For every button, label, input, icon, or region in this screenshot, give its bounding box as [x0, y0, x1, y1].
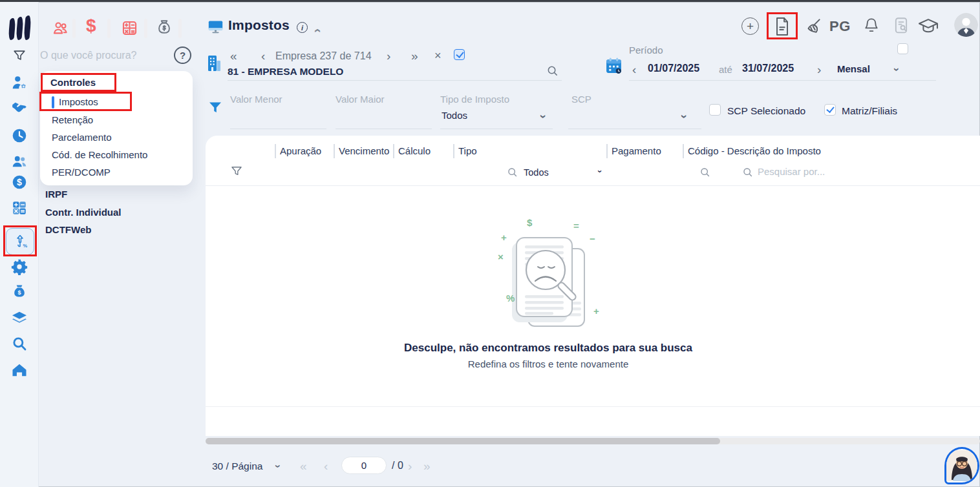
help-icon[interactable]: ?	[174, 47, 191, 64]
chat-assistant-button[interactable]	[944, 447, 979, 484]
pg-button[interactable]: PG	[829, 18, 851, 35]
rail-users-icon[interactable]	[11, 153, 28, 170]
assistant-avatar	[946, 450, 977, 481]
clear-company-icon[interactable]: ×	[434, 50, 442, 61]
user-avatar[interactable]	[954, 13, 978, 37]
favorite-calculator-icon[interactable]	[121, 19, 138, 37]
divider	[178, 19, 182, 38]
codigo-filter-input[interactable]	[758, 163, 848, 179]
menu-item-dctfweb[interactable]: DCTFWeb	[45, 224, 91, 235]
company-position-label: Empresa 237 de 714	[275, 50, 372, 62]
menu-item-contr-individual[interactable]: Contr. Individual	[45, 207, 122, 218]
filters-funnel-icon[interactable]	[208, 98, 223, 117]
page-size-chevron-down-icon[interactable]: ›	[276, 461, 279, 471]
calendar-icon	[605, 57, 623, 74]
divider	[206, 185, 980, 186]
pagamento-filter-search-icon[interactable]	[699, 167, 710, 178]
company-search-icon[interactable]	[546, 65, 559, 77]
column-header-codigo-descricao[interactable]: Código - Descrição do Imposto	[688, 145, 821, 156]
codigo-filter-search-icon	[742, 167, 753, 178]
favorite-dollar-icon[interactable]: $	[86, 16, 96, 36]
period-checkbox[interactable]	[897, 43, 908, 54]
tipo-filter-select[interactable]: Todos	[524, 167, 549, 178]
column-header-tipo[interactable]: Tipo	[458, 145, 477, 156]
notifications-bell-icon[interactable]	[862, 16, 880, 36]
annotation-box-tax-key	[3, 225, 37, 256]
clean-broom-icon[interactable]	[803, 17, 822, 36]
prev-page-button[interactable]: ‹	[324, 460, 328, 472]
rail-settings-icon[interactable]	[11, 258, 28, 275]
last-company-button[interactable]: »	[411, 50, 418, 62]
annotation-box-controles	[41, 73, 116, 92]
company-name[interactable]: 81 - EMPRESA MODELO	[228, 66, 343, 78]
collapse-chevron-up-icon[interactable]: ›	[314, 23, 319, 38]
valor-maior-input[interactable]	[336, 129, 432, 129]
period-next-button[interactable]: ›	[817, 63, 821, 76]
page-number-pill	[341, 457, 387, 474]
period-mode-chevron-down-icon[interactable]: ›	[895, 64, 899, 75]
document-search-icon[interactable]	[892, 16, 910, 36]
column-header-calculo[interactable]: Cálculo	[398, 145, 431, 156]
tipo-imposto-select[interactable]: Todos	[442, 110, 467, 121]
annotation-box-document	[767, 12, 798, 39]
column-header-vencimento[interactable]: Vencimento	[339, 145, 389, 156]
period-end-date[interactable]: 31/07/2025	[742, 63, 794, 74]
rail-layers-icon[interactable]	[10, 311, 28, 325]
monitor-icon	[207, 18, 224, 36]
menu-item-per-dcomp[interactable]: PER/DCOMP	[52, 167, 111, 178]
rail-calculator-icon[interactable]	[11, 200, 28, 216]
app-logo[interactable]	[9, 16, 32, 43]
scp-selecionado-checkbox[interactable]	[709, 104, 721, 116]
academy-graduation-cap-icon[interactable]	[917, 17, 939, 36]
favorite-money-bag-icon[interactable]	[156, 18, 173, 37]
menu-item-parcelamento[interactable]: Parcelamento	[52, 132, 112, 143]
rail-user-settings-icon[interactable]	[11, 74, 28, 91]
column-header-pagamento[interactable]: Pagamento	[612, 145, 661, 156]
divider	[107, 19, 111, 38]
first-company-button[interactable]: «	[230, 50, 237, 62]
favorite-users-icon[interactable]	[52, 19, 69, 37]
period-until-label: até	[719, 64, 732, 75]
rail-money-bag-icon[interactable]: $	[12, 283, 27, 300]
first-page-button[interactable]: «	[300, 460, 307, 472]
rail-clock-icon[interactable]	[11, 127, 28, 144]
rail-billing-icon[interactable]: $	[11, 174, 28, 191]
svg-text:%: %	[506, 293, 515, 304]
menu-item-irpf[interactable]: IRPF	[45, 189, 67, 200]
table-filter-funnel-icon[interactable]	[230, 163, 243, 179]
filter-funnel-icon[interactable]	[12, 48, 27, 63]
tipo-imposto-chevron-down-icon[interactable]: ›	[542, 110, 546, 123]
empty-state-illustration: $ = + − × % +	[486, 210, 609, 339]
sidebar-search-input[interactable]	[40, 47, 160, 64]
next-page-button[interactable]: ›	[408, 460, 412, 472]
add-icon[interactable]: +	[741, 17, 759, 35]
page-number-input[interactable]	[345, 460, 383, 471]
scp-chevron-down-icon[interactable]: ›	[683, 110, 687, 123]
divider	[206, 406, 980, 407]
tipo-filter-chevron-down-icon[interactable]: ›	[599, 167, 601, 176]
scp-select[interactable]	[568, 129, 701, 129]
info-icon[interactable]: i	[297, 22, 308, 33]
valor-menor-label: Valor Menor	[230, 94, 282, 105]
rail-home-icon[interactable]	[10, 362, 28, 378]
menu-item-cod-recolhimento[interactable]: Cód. de Recolhimento	[52, 149, 147, 160]
rail-handshake-icon[interactable]	[10, 99, 28, 116]
company-selected-checkbox[interactable]	[454, 49, 465, 60]
rail-search-icon[interactable]	[11, 335, 28, 352]
page-size-select[interactable]: 30 / Página	[212, 461, 262, 472]
next-company-button[interactable]: ›	[387, 50, 390, 62]
period-start-date[interactable]: 01/07/2025	[648, 63, 699, 74]
last-page-button[interactable]: »	[423, 460, 431, 472]
period-prev-button[interactable]: ‹	[632, 63, 636, 76]
valor-menor-input[interactable]	[230, 129, 326, 129]
column-header-apuracao[interactable]: Apuração	[280, 145, 321, 156]
tipo-filter-search-icon	[507, 167, 518, 178]
divider	[393, 144, 394, 158]
divider	[275, 144, 276, 158]
period-mode-select[interactable]: Mensal	[837, 63, 870, 74]
menu-item-retencao[interactable]: Retenção	[52, 114, 93, 125]
matriz-filiais-checkbox[interactable]	[824, 104, 836, 116]
tipo-imposto-label: Tipo de Imposto	[440, 94, 509, 105]
prev-company-button[interactable]: ‹	[261, 50, 265, 62]
horizontal-scrollbar-thumb[interactable]	[206, 438, 720, 444]
